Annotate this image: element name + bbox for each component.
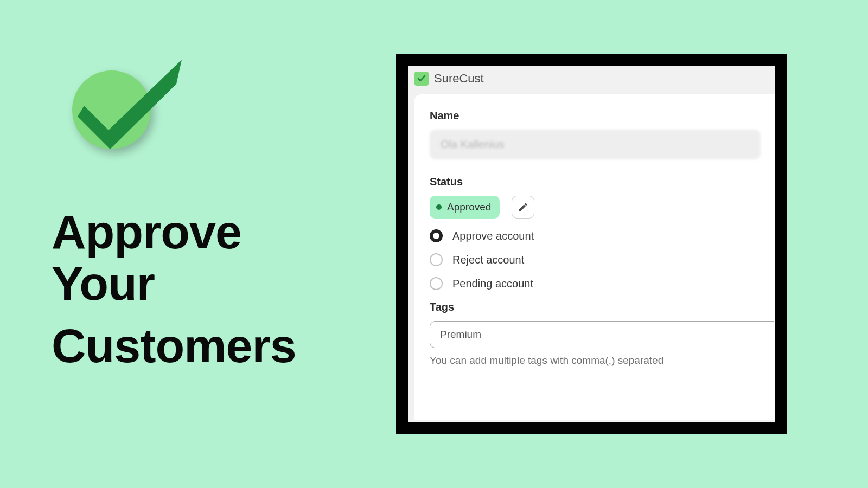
radio-icon [430,229,443,242]
radio-label: Reject account [452,254,524,266]
logo-checkmark-icon [68,54,165,152]
status-badge-text: Approved [447,201,491,213]
hero-line-3: Customers [52,320,296,371]
app-title: SureCust [434,72,484,86]
status-label: Status [430,176,775,188]
hero-headline: Approve Your Customers [52,206,296,371]
pencil-icon [518,202,528,213]
edit-status-button[interactable] [512,196,534,219]
name-input[interactable]: Ola Kallenius [430,130,761,159]
radio-approve-account[interactable]: Approve account [430,229,775,242]
app-screenshot-frame: SureCust Name Ola Kallenius Status Appro… [396,54,787,434]
hero-line-2: Your [52,258,296,309]
name-label: Name [430,110,775,122]
app-header: SureCust [408,66,775,91]
tags-label: Tags [430,301,775,313]
radio-pending-account[interactable]: Pending account [430,277,775,290]
radio-icon [430,277,443,290]
radio-icon [430,253,443,266]
app-logo-check-icon [414,72,429,86]
hero-line-1: Approve [52,206,296,258]
radio-label: Pending account [452,278,533,290]
radio-label: Approve account [452,230,534,242]
tags-help-text: You can add multiple tags with comma(,) … [430,355,775,367]
status-badge: Approved [430,196,500,219]
form-card: Name Ola Kallenius Status Approved [414,94,775,420]
status-dot-icon [436,204,442,210]
radio-reject-account[interactable]: Reject account [430,253,775,266]
tags-input[interactable]: Premium [430,321,774,348]
